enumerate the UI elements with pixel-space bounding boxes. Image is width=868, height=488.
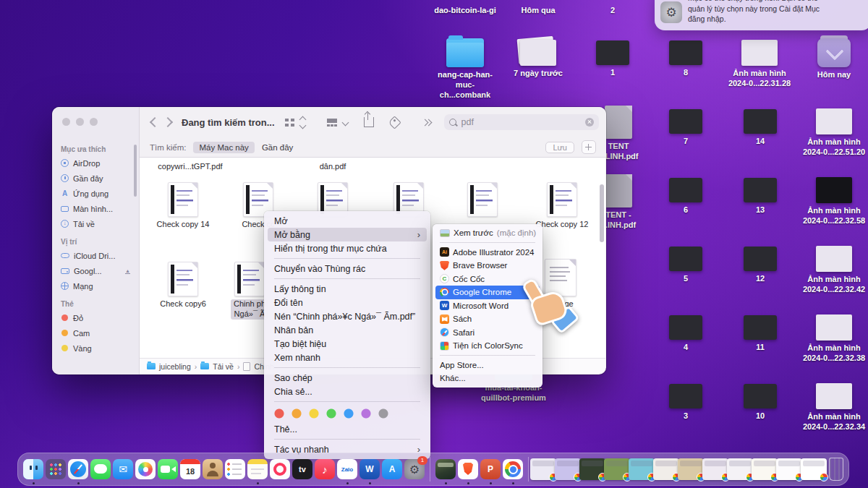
desktop-icon[interactable]: 4	[651, 315, 720, 353]
sidebar-row[interactable]: Mạng	[52, 278, 139, 294]
context-menu-item[interactable]: Đổi tên	[268, 296, 427, 309]
dock-item[interactable]: W	[359, 459, 380, 479]
context-menu-item[interactable]: Mở	[268, 214, 427, 228]
desktop-icon[interactable]: 7 ngày trước	[503, 40, 573, 79]
dock-item[interactable]	[629, 458, 655, 480]
dock-item[interactable]	[23, 459, 43, 479]
context-menu-item[interactable]	[274, 436, 420, 442]
desktop-icon[interactable]: Ảnh màn hình 2024-0...22.51.20	[799, 108, 868, 158]
finder-file[interactable]	[448, 182, 517, 217]
sidebar-row[interactable]: Mục ưa thích	[52, 139, 139, 155]
desktop-icon[interactable]: 13	[726, 178, 795, 215]
dock-item[interactable]	[247, 459, 268, 479]
dock-item[interactable]	[702, 458, 728, 480]
finder-file[interactable]: Check copy 14	[148, 182, 218, 230]
dock-item[interactable]: P	[480, 459, 501, 479]
sidebar-row[interactable]: Vàng	[52, 341, 139, 356]
chevron-down-icon[interactable]	[341, 119, 349, 126]
open-with-item[interactable]: Brave Browser	[435, 259, 540, 273]
context-menu-item[interactable]	[274, 255, 420, 262]
dock-item[interactable]	[727, 458, 753, 480]
finder-file[interactable]: dân.pdf	[298, 159, 367, 172]
dock-item[interactable]	[158, 459, 178, 479]
open-with-item[interactable]: Khác...	[435, 372, 540, 385]
dock-item[interactable]: tv	[292, 459, 312, 479]
dock-item[interactable]	[503, 459, 523, 479]
scope-recents[interactable]: Gần đây	[262, 143, 293, 152]
dock-item[interactable]	[530, 458, 556, 480]
finder-file[interactable]: Check copy6	[148, 262, 218, 309]
desktop-icon[interactable]: 1	[578, 40, 647, 78]
back-icon[interactable]	[150, 117, 160, 127]
context-menu-item[interactable]: Lấy thông tin	[268, 282, 427, 296]
open-with-item[interactable]: App Store...	[435, 359, 540, 372]
desktop-icon[interactable]: 7	[651, 109, 720, 147]
dock-item[interactable]	[270, 459, 290, 479]
context-menu-item[interactable]: Hiển thị trong thư mục chứa	[268, 241, 427, 255]
dock-item[interactable]	[801, 458, 827, 480]
desktop-icon[interactable]: 6	[651, 178, 720, 215]
dock-item[interactable]: A	[382, 459, 402, 479]
context-menu-item[interactable]: Chuyển vào Thùng rác	[268, 262, 427, 275]
close-button[interactable]	[62, 118, 70, 126]
desktop-icon[interactable]: Ảnh màn hình 2024-0...22.32.58	[799, 177, 868, 226]
notification-banner[interactable]: ⚙ mục có thể chạy trong nền. Bạn có thể …	[655, 0, 868, 30]
desktop-icon[interactable]: Ảnh màn hình 2024-0...22.32.34	[799, 383, 868, 432]
sidebar-row[interactable]: Ứng dụng	[52, 186, 139, 201]
context-menu-item[interactable]	[274, 275, 420, 282]
sidebar-row[interactable]: iCloud Dri...	[52, 248, 139, 263]
more-toolbar-icon[interactable]	[424, 120, 431, 125]
open-with-item[interactable]: Tiện ích ColorSync	[435, 339, 540, 353]
dock-item[interactable]	[555, 458, 581, 480]
context-menu-item[interactable]: Nhân bản	[268, 323, 427, 337]
sidebar-row[interactable]: Tải về	[52, 216, 139, 231]
breadcrumb-item[interactable]: › Tải về	[195, 362, 234, 371]
dock-item[interactable]: Zalo	[337, 459, 357, 479]
context-menu-item[interactable]: Thẻ...	[268, 422, 427, 436]
open-with-item[interactable]	[440, 353, 535, 359]
dock-item[interactable]	[135, 459, 156, 479]
desktop-icon[interactable]: 3	[651, 384, 720, 421]
sidebar-row[interactable]: Googl... ▲	[52, 263, 139, 278]
dock-item[interactable]: ♪	[315, 459, 335, 479]
open-with-item[interactable]: Adobe Illustrator 2024	[435, 246, 540, 260]
sidebar-row[interactable]: AirDrop	[52, 155, 139, 171]
context-menu-item[interactable]	[268, 405, 427, 422]
tag-icon[interactable]	[388, 116, 401, 129]
desktop-icon[interactable]: 14	[726, 109, 795, 147]
dock-item[interactable]	[829, 458, 843, 481]
dock-item[interactable]	[68, 459, 88, 479]
context-menu-item[interactable]: Sao chép	[268, 371, 427, 385]
desktop-icon[interactable]: 10	[726, 384, 795, 421]
finder-file[interactable]: Check copy 12	[527, 182, 597, 230]
dock-item[interactable]	[46, 459, 66, 479]
sidebar-row[interactable]: Thẻ	[52, 294, 139, 310]
scope-this-mac[interactable]: Máy Mac này	[193, 142, 254, 153]
sidebar-row[interactable]: Đỏ	[52, 310, 139, 325]
desktop-icon[interactable]: 11	[726, 315, 795, 353]
context-menu-item[interactable]: Chia sẻ...	[268, 385, 427, 398]
icon-view-icon[interactable]	[285, 119, 294, 127]
dock-item[interactable]	[604, 458, 630, 480]
context-menu-item[interactable]: Nén “Chinh phá»¥c Ngá»¯ Ãm.pdf”	[268, 309, 427, 323]
desktop-icon[interactable]: Ảnh màn hình 2024-0...22.32.42	[799, 246, 868, 295]
dock-item[interactable]: ⚙ 1	[404, 459, 425, 479]
dock-item[interactable]	[653, 458, 679, 480]
desktop-icon[interactable]: Hôm qua	[503, 3, 573, 16]
desktop-icon[interactable]: Hôm nay	[799, 38, 868, 80]
forward-icon[interactable]	[163, 117, 173, 127]
context-menu-item[interactable]: Tạo biệt hiệu	[268, 337, 427, 351]
share-icon[interactable]	[364, 117, 374, 127]
dock-item[interactable]	[458, 459, 478, 479]
dock-item[interactable]	[528, 457, 529, 481]
window-scrollbar[interactable]	[600, 184, 604, 242]
dock-item[interactable]: ✉	[113, 459, 133, 479]
minimize-button[interactable]	[76, 118, 84, 126]
desktop-icon[interactable]: 12	[726, 247, 795, 284]
sidebar-scrollbar[interactable]	[134, 145, 137, 197]
dock-item[interactable]	[90, 459, 111, 479]
group-view-icon[interactable]	[327, 119, 337, 127]
context-menu-item[interactable]: Xem nhanh	[268, 351, 427, 364]
dock-item[interactable]	[579, 458, 605, 480]
eject-icon[interactable]: ▲	[125, 268, 130, 274]
